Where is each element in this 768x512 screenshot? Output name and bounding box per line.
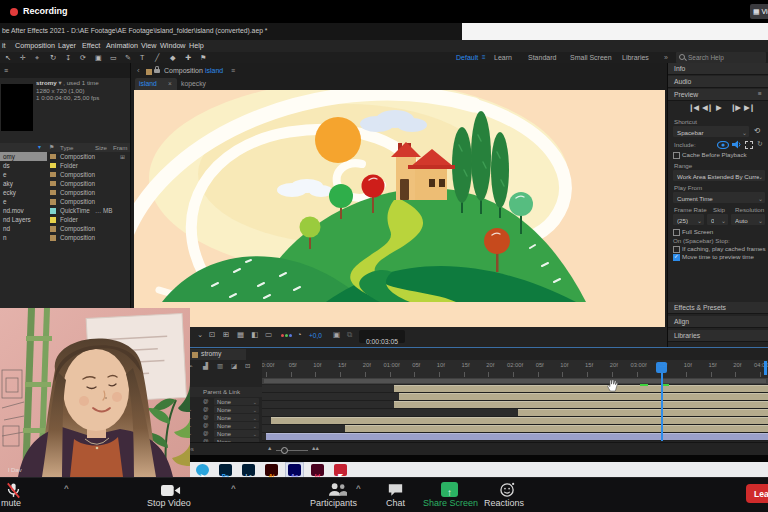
layer-duration-bar[interactable] <box>518 409 768 416</box>
track-scrollbar[interactable] <box>764 361 767 375</box>
keyframe-mark[interactable] <box>640 384 648 386</box>
lock-icon[interactable] <box>154 69 160 73</box>
workspace-tab-default[interactable]: Default <box>456 54 478 61</box>
timeline-layer-row[interactable] <box>262 433 768 441</box>
layer-duration-bar[interactable] <box>266 433 768 440</box>
pick-whip-icon[interactable]: @ <box>203 431 209 437</box>
menu-item-effect[interactable]: Effect <box>82 42 100 49</box>
include-overlays-icon[interactable] <box>745 141 753 149</box>
orbit-tool-icon[interactable]: ↻ <box>50 54 56 61</box>
stop-video-icon[interactable] <box>161 484 181 497</box>
layer-duration-bar[interactable] <box>394 401 768 408</box>
magnification-icon[interactable]: ⊡ <box>209 331 215 339</box>
graph-editor-icon[interactable]: ⊡ <box>245 363 250 370</box>
layer-duration-bar[interactable] <box>345 425 768 432</box>
taskbar-app-indesign[interactable]: Id <box>311 464 324 476</box>
participants-label[interactable]: Participants <box>310 499 357 508</box>
panel-align[interactable]: Align <box>668 316 768 328</box>
project-row[interactable]: ndComposition <box>0 225 130 234</box>
taskbar-app-red-app[interactable]: ◤ <box>334 464 347 476</box>
parent-dropdown[interactable]: None⌄ <box>214 422 259 429</box>
selection-tool-icon[interactable]: ↖ <box>5 54 11 61</box>
transparency-grid-icon[interactable]: ▦ <box>237 331 244 339</box>
project-row[interactable]: nComposition <box>0 234 130 243</box>
playhead-line[interactable] <box>661 373 663 441</box>
layer-duration-bar[interactable] <box>394 385 768 392</box>
menu-item-it[interactable]: it <box>2 42 6 49</box>
next-frame-button[interactable]: ❙▶ <box>730 104 740 112</box>
panel-info[interactable]: Info <box>668 63 768 75</box>
pick-whip-icon[interactable]: @ <box>203 399 209 405</box>
parent-dropdown[interactable]: None⌄ <box>214 406 259 413</box>
move-time-checkbox[interactable] <box>673 254 680 261</box>
project-list-header[interactable]: ▾ ⚑ Type Size Fram <box>0 143 130 152</box>
reactions-icon[interactable] <box>500 482 515 497</box>
search-help-box[interactable]: Search Help <box>676 52 766 63</box>
shortcut-dropdown[interactable]: Spacebar⌄ <box>673 126 749 137</box>
roto-brush-tool-icon[interactable]: ⚑ <box>200 54 206 61</box>
layer-duration-bar[interactable] <box>399 393 768 400</box>
menu-item-animation[interactable]: Animation <box>106 42 138 49</box>
mute-options-chevron[interactable]: ^ <box>64 485 69 493</box>
flag-column-icon[interactable]: ⚑ <box>49 144 54 150</box>
play-button[interactable]: ▶ <box>716 104 721 112</box>
play-cached-checkbox[interactable] <box>673 246 680 253</box>
project-row[interactable]: eComposition <box>0 198 130 207</box>
menu-item-view[interactable]: View <box>141 42 156 49</box>
mask-visibility-icon[interactable]: ◧ <box>251 331 258 339</box>
menu-item-composition[interactable]: Composition <box>15 42 55 49</box>
shape-tool-icon[interactable]: ▭ <box>110 54 117 61</box>
timeline-layer-row[interactable] <box>262 393 768 401</box>
parent-dropdown[interactable]: None⌄ <box>214 398 259 405</box>
charts-icon[interactable]: ▟ <box>203 363 208 370</box>
pan-tool-icon[interactable]: ↧ <box>65 54 71 61</box>
timeline-ruler[interactable]: 0:00f05f10f15f20f01:00f05f10f15f20f02:00… <box>262 360 768 379</box>
parent-link-header[interactable]: Parent & Link <box>183 387 262 397</box>
loop-icon[interactable]: ↻ <box>757 140 763 147</box>
type-tool-icon[interactable]: T <box>140 54 144 61</box>
panel-audio[interactable]: Audio <box>668 76 768 88</box>
range-dropdown[interactable]: Work Area Extended By Current…⌄ <box>673 170 765 181</box>
menu-item-help[interactable]: Help <box>189 42 204 49</box>
preview-menu-icon[interactable]: ≡ <box>758 91 762 98</box>
region-of-interest-icon[interactable]: ▭ <box>265 331 272 339</box>
taskbar-app-after-effects[interactable]: Ae <box>288 464 301 476</box>
workspace-tab-small-screen[interactable]: Small Screen <box>570 54 612 61</box>
column-size[interactable]: Size <box>95 145 107 151</box>
tab-kopecky[interactable]: kopecky <box>181 81 206 88</box>
project-row[interactable]: nd LayersFolder <box>0 216 130 225</box>
include-video-eye-icon[interactable] <box>717 141 729 149</box>
taskbar-app-telegram[interactable]: ➤ <box>196 464 209 476</box>
timeline-layer-row[interactable] <box>262 425 768 433</box>
camera-tool-icon[interactable]: ▣ <box>95 54 102 61</box>
pick-whip-icon[interactable]: @ <box>203 423 209 429</box>
mute-button-label[interactable]: mute <box>1 499 21 508</box>
layer-switches-icon[interactable]: ▥ <box>217 363 223 370</box>
shy-icon[interactable]: ◪ <box>231 363 237 370</box>
work-area-bar[interactable] <box>262 378 768 384</box>
pick-whip-icon[interactable]: @ <box>203 407 209 413</box>
hand-tool-icon[interactable]: ✛ <box>20 54 26 61</box>
reset-icon[interactable]: ⟲ <box>754 127 760 135</box>
pen-tool-icon[interactable]: ✎ <box>125 54 131 61</box>
full-screen-checkbox[interactable] <box>673 229 680 236</box>
parent-dropdown[interactable]: None⌄ <box>214 430 259 437</box>
project-row[interactable]: omyComposition⊞ <box>0 152 130 161</box>
panel-libraries[interactable]: Libraries <box>668 330 768 342</box>
resolution-icon[interactable]: ◔ <box>297 331 302 339</box>
taskbar-app-photoshop[interactable]: Ps <box>219 464 232 476</box>
comp-panel-menu-icon[interactable]: ≡ <box>231 67 235 74</box>
zoom-out-mountain-icon[interactable]: ▲ <box>267 446 272 452</box>
timeline-layer-row[interactable] <box>262 417 768 425</box>
leave-button[interactable]: Lea <box>746 484 768 503</box>
column-frame[interactable]: Fram <box>113 145 127 151</box>
timeline-layer-row[interactable] <box>262 385 768 393</box>
pick-whip-icon[interactable]: @ <box>203 415 209 421</box>
grid-guides-icon[interactable]: ⊞ <box>223 331 229 339</box>
stop-video-label[interactable]: Stop Video <box>147 499 191 508</box>
last-frame-button[interactable]: ▶❙ <box>744 104 754 112</box>
chat-icon[interactable] <box>388 483 403 497</box>
participants-icon[interactable] <box>328 482 347 497</box>
menu-item-layer[interactable]: Layer <box>58 42 76 49</box>
previous-frame-button[interactable]: ◀❙ <box>702 104 712 112</box>
